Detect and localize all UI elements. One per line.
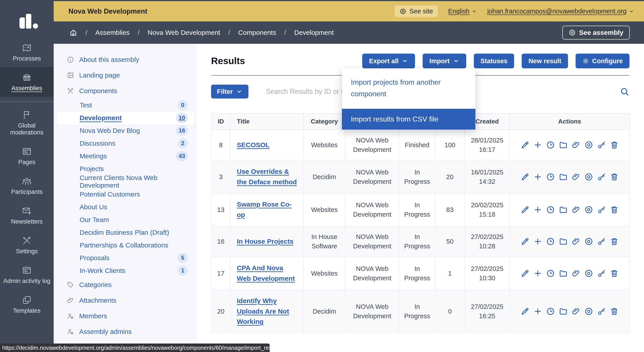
component-item-potential-customers[interactable]: Potential Customers (57, 188, 194, 200)
home-icon[interactable] (69, 29, 77, 37)
component-item-nova-web-dev-blog[interactable]: Nova Web Dev Blog 16 (57, 124, 194, 137)
result-link[interactable]: In House Projects (237, 238, 294, 245)
preview-icon[interactable] (584, 237, 593, 246)
result-link[interactable]: Use Overrides & the Deface method (237, 168, 297, 185)
component-item-meetings[interactable]: Meetings 43 (57, 150, 194, 162)
edit-icon[interactable] (520, 205, 530, 214)
preview-icon[interactable] (584, 173, 593, 181)
edit-icon[interactable] (520, 141, 530, 150)
component-item-partnerships[interactable]: Partnerships & Collaborations (57, 239, 194, 251)
permissions-icon[interactable] (597, 237, 606, 246)
permissions-icon[interactable] (597, 205, 606, 214)
delete-icon[interactable] (610, 269, 619, 278)
attachments-icon[interactable] (572, 307, 580, 316)
preview-icon[interactable] (584, 205, 593, 214)
folder-icon[interactable] (559, 269, 568, 278)
history-icon[interactable] (546, 269, 555, 278)
export-all-button[interactable]: Export all (362, 54, 415, 68)
history-icon[interactable] (546, 237, 555, 246)
menu-item-categories[interactable]: Categories (54, 277, 197, 293)
sidebar-item-global-moderations[interactable]: Global moderations (0, 105, 54, 141)
new-result-button[interactable]: New result (522, 54, 568, 68)
result-link[interactable]: SECOSOL (237, 141, 270, 149)
menu-item-attachments[interactable]: Attachments (54, 293, 197, 308)
result-link[interactable]: Identify Why Uploads Are Not Working (237, 297, 289, 325)
menu-item-landing-page[interactable]: Landing page (54, 67, 197, 83)
folder-icon[interactable] (559, 237, 568, 246)
preview-icon[interactable] (584, 307, 593, 316)
component-item-test[interactable]: Test 0 (57, 99, 194, 111)
edit-icon[interactable] (520, 269, 530, 278)
permissions-icon[interactable] (597, 173, 606, 181)
menu-item-import-results-csv[interactable]: Import results from CSV file (342, 109, 476, 130)
component-item-development[interactable]: Development 10 (57, 111, 194, 124)
menu-item-about-assembly[interactable]: About this assembly (54, 52, 197, 67)
sidebar-item-admin-activity-log[interactable]: Admin activity log (0, 260, 54, 290)
component-item-current-clients[interactable]: Current Clients Nova Web Development (57, 175, 194, 188)
add-icon[interactable] (533, 205, 542, 214)
delete-icon[interactable] (610, 307, 619, 316)
attachments-icon[interactable] (572, 141, 580, 150)
add-icon[interactable] (533, 173, 542, 181)
add-icon[interactable] (533, 141, 542, 150)
sidebar-item-assemblies[interactable]: Assemblies (0, 67, 54, 97)
search-button[interactable] (620, 87, 630, 96)
breadcrumb-assemblies[interactable]: Assemblies (95, 29, 130, 36)
component-item-about-us[interactable]: About Us (57, 200, 194, 213)
edit-icon[interactable] (520, 237, 530, 246)
delete-icon[interactable] (610, 205, 619, 214)
statuses-button[interactable]: Statuses (474, 54, 514, 68)
edit-icon[interactable] (520, 173, 530, 181)
add-icon[interactable] (533, 237, 542, 246)
sidebar-item-templates[interactable]: Templates (0, 290, 54, 319)
sidebar-item-pages[interactable]: Pages (0, 141, 54, 171)
attachments-icon[interactable] (572, 173, 580, 181)
delete-icon[interactable] (610, 237, 619, 246)
component-item-discussions[interactable]: Discussions 2 (57, 137, 194, 150)
edit-icon[interactable] (520, 307, 530, 316)
history-icon[interactable] (546, 173, 555, 181)
sidebar-item-newsletters[interactable]: Newsletters (0, 200, 54, 230)
delete-icon[interactable] (610, 173, 619, 181)
history-icon[interactable] (546, 205, 555, 214)
permissions-icon[interactable] (597, 141, 606, 150)
sidebar-item-settings[interactable]: Settings (0, 230, 54, 260)
component-item-proposals[interactable]: Proposals 5 (57, 251, 194, 264)
preview-icon[interactable] (584, 269, 593, 278)
result-link[interactable]: CPA And Nova Web Development (237, 264, 295, 282)
attachments-icon[interactable] (572, 237, 580, 246)
attachments-icon[interactable] (572, 205, 580, 214)
folder-icon[interactable] (559, 205, 568, 214)
menu-item-members[interactable]: Members (54, 308, 197, 324)
delete-icon[interactable] (610, 141, 619, 150)
attachments-icon[interactable] (572, 269, 580, 278)
see-assembly-button[interactable]: See assembly (562, 26, 630, 39)
sidebar-item-participants[interactable]: Participants (0, 171, 54, 200)
see-site-button[interactable]: See site (395, 5, 438, 17)
permissions-icon[interactable] (597, 269, 606, 278)
breadcrumb-current[interactable]: Development (294, 29, 334, 36)
component-item-in-work-clients[interactable]: In-Work Clients 1 (57, 264, 194, 277)
folder-icon[interactable] (559, 141, 568, 150)
language-dropdown[interactable]: English (448, 7, 477, 15)
configure-button[interactable]: Configure (576, 54, 630, 68)
add-icon[interactable] (533, 307, 542, 316)
menu-item-import-projects[interactable]: Import projects from another component (342, 69, 476, 109)
preview-icon[interactable] (584, 141, 593, 150)
menu-item-components[interactable]: Components (54, 83, 197, 99)
filter-button[interactable]: Filter (211, 85, 248, 99)
import-button[interactable]: Import (422, 54, 466, 68)
breadcrumb-components[interactable]: Components (238, 29, 276, 36)
menu-item-assembly-admins[interactable]: Assembly admins (54, 324, 197, 340)
breadcrumb-assembly[interactable]: Nova Web Development (148, 29, 220, 36)
component-item-projects[interactable]: Projects (57, 162, 194, 175)
history-icon[interactable] (546, 307, 555, 316)
permissions-icon[interactable] (597, 307, 606, 316)
sidebar-item-processes[interactable]: Processes (0, 37, 54, 67)
folder-icon[interactable] (559, 307, 568, 316)
component-item-our-team[interactable]: Our Team (57, 213, 194, 226)
user-menu-dropdown[interactable]: johan.francocampos@novawebdevelopment.or… (487, 7, 634, 15)
result-link[interactable]: Swamp Rose Co-op (237, 200, 292, 218)
decidim-logo[interactable] (14, 12, 39, 32)
add-icon[interactable] (533, 269, 542, 278)
